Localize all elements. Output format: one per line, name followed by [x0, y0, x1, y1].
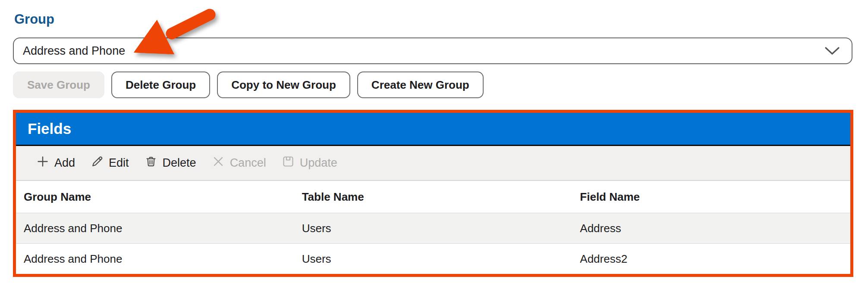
delete-group-button[interactable]: Delete Group — [111, 71, 210, 98]
group-actions: Save Group Delete Group Copy to New Grou… — [13, 71, 868, 98]
add-label: Add — [54, 156, 75, 170]
table-header-row: Group Name Table Name Field Name — [16, 181, 850, 213]
fields-panel: Fields Add Edit — [13, 110, 853, 277]
trash-icon — [145, 155, 157, 171]
column-header-group-name: Group Name — [16, 181, 294, 213]
update-button[interactable]: Update — [282, 155, 337, 171]
edit-button[interactable]: Edit — [91, 155, 129, 171]
delete-button[interactable]: Delete — [145, 155, 196, 171]
column-header-field-name: Field Name — [572, 181, 850, 213]
delete-label: Delete — [163, 156, 196, 170]
group-label: Group — [14, 12, 868, 27]
plus-icon — [37, 155, 49, 171]
update-label: Update — [300, 156, 337, 170]
cell-field-name[interactable]: Address — [572, 213, 850, 244]
fields-panel-title: Fields — [16, 113, 850, 146]
fields-toolbar: Add Edit — [16, 146, 850, 181]
save-icon — [282, 155, 294, 171]
cell-group-name[interactable]: Address and Phone — [16, 244, 294, 274]
fields-table: Group Name Table Name Field Name Address… — [16, 181, 850, 274]
chevron-down-icon — [824, 46, 840, 56]
cell-group-name[interactable]: Address and Phone — [16, 213, 294, 244]
edit-label: Edit — [109, 156, 129, 170]
table-row[interactable]: Address and Phone Users Address2 — [16, 244, 850, 274]
x-icon — [212, 155, 224, 171]
create-new-group-button[interactable]: Create New Group — [357, 71, 484, 98]
cell-table-name[interactable]: Users — [294, 213, 572, 244]
table-row[interactable]: Address and Phone Users Address — [16, 213, 850, 244]
pencil-icon — [91, 155, 103, 171]
save-group-button[interactable]: Save Group — [13, 71, 104, 98]
add-button[interactable]: Add — [37, 155, 75, 171]
group-select[interactable]: Address and Phone — [13, 37, 852, 64]
copy-to-new-group-button[interactable]: Copy to New Group — [217, 71, 350, 98]
cell-field-name[interactable]: Address2 — [572, 244, 850, 274]
cell-table-name[interactable]: Users — [294, 244, 572, 274]
column-header-table-name: Table Name — [294, 181, 572, 213]
group-select-value: Address and Phone — [14, 44, 125, 58]
page: Group Address and Phone Save Group Delet… — [0, 0, 868, 292]
cancel-label: Cancel — [230, 156, 266, 170]
cancel-button[interactable]: Cancel — [212, 155, 266, 171]
